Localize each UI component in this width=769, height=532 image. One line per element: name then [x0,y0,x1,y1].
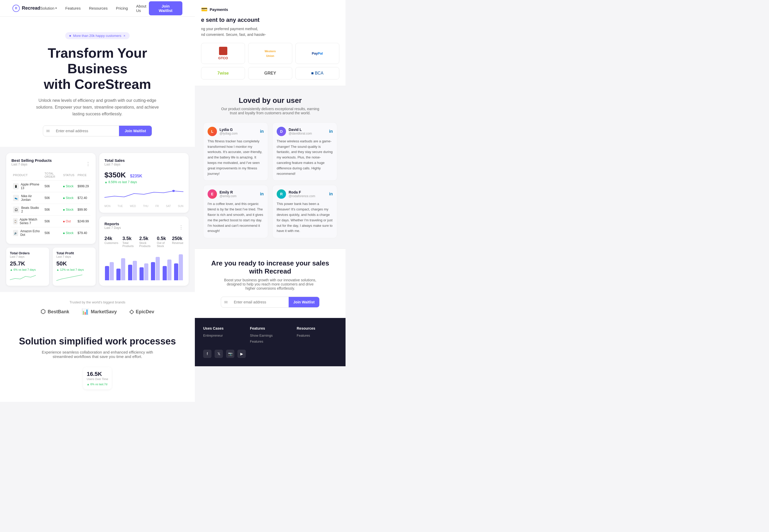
brands-section: Trusted by the world's biggest brands ⬡ … [0,292,195,323]
testimonial-text: These wireless earbuds are a game-change… [277,139,333,177]
cta-section: Are you ready to increase your sales wit… [195,249,346,318]
bar-light [179,254,183,280]
instagram-icon[interactable]: 📷 [226,350,234,358]
bar-group [174,254,183,280]
facebook-icon[interactable]: f [203,350,211,358]
bar-dark [128,265,132,280]
stat-item: 2.5kStock Products [139,236,153,248]
reports-bar-chart [104,252,183,280]
footer-col-title: Resources [297,326,337,330]
nav-resources[interactable]: Resources [89,6,108,10]
footer-column: FeaturesShow EarningsFeatures [250,326,290,345]
solution-section: Solution simplified work processes Exper… [0,323,195,402]
email-icon: ✉ [43,129,52,134]
sales-amount: $350K [104,171,126,179]
bar-dark [140,267,144,280]
product-icon: ⌚ [13,218,18,224]
solution-description: Experience seamless collaboration and en… [35,350,160,359]
user-handle: @rodaforence.com [289,194,315,198]
epicdev-icon: ◇ [129,308,134,315]
twitter-x-icon[interactable]: 𝕏 [215,350,223,358]
brand-epicdev: ◇ EpicDev [129,308,154,315]
solution-stat-growth: ▲ 6% vs last.7d [87,383,108,386]
payment-western-union: Western Union [248,43,292,64]
user-handle: @davidloral.com [289,132,312,135]
testimonials-grid: L Lydia G @lydiag.com in This fitness tr… [203,122,337,238]
hero-badge-text: More than 20k happy customers [73,34,121,38]
svg-point-0 [172,190,175,192]
footer-link[interactable]: Features [250,340,290,343]
footer-link[interactable]: Show Earnings [250,334,290,337]
hero-email-input[interactable] [52,126,119,136]
footer-col-title: Features [250,326,290,330]
bar-group [116,258,126,280]
marketsavy-icon: 📊 [82,308,89,315]
linkedin-icon: in [329,192,333,196]
footer-link[interactable]: Features [297,334,337,337]
avatar: R [277,189,286,199]
table-row: 🔊Amazon Echo Dot 506 Stock $79.40 [11,227,90,239]
testimonial-card: D David L @davidloral.com in These wirel… [272,122,337,181]
orders-value: 25.7K [10,260,45,267]
hero-cta-button[interactable]: Join Waitlist [119,126,152,136]
cta-email-icon: ✉ [221,300,230,305]
hero-description: Unlock new levels of efficiency and grow… [32,97,162,117]
payments-panel: 💳 Payments e sent to any account ng your… [195,0,346,86]
products-menu-icon[interactable]: ⋮ [86,161,90,167]
brand-logo[interactable]: R Recread [12,5,40,12]
navbar: R Recread Solution ▾ Features Resources … [0,0,195,17]
youtube-icon[interactable]: ▶ [237,350,246,358]
cta-submit-button[interactable]: Join Waitlist [289,297,319,307]
stat-item: 3.5kTotal Products [122,236,135,248]
linkedin-icon: in [260,129,264,134]
profit-title: Total Profit [56,251,92,255]
col-status: STATUS [62,171,76,181]
badge-close-icon[interactable]: × [123,34,125,38]
social-icons: f 𝕏 📷 ▶ [203,350,337,358]
cta-email-input[interactable] [230,297,289,307]
testimonial-text: This fitness tracker has completely tran… [208,139,264,177]
bar-dark [174,263,178,280]
nav-links: Solution ▾ Features Resources Pricing Ab… [40,4,149,13]
avatar: D [277,127,286,136]
footer-column: ResourcesFeatures [297,326,337,345]
stat-item: 250kRevenue [172,236,183,248]
cta-title: Are you ready to increase your sales wit… [203,259,337,275]
solution-stat-card: 16.5K Users Over Time ▲ 6% vs last.7d [83,367,112,389]
user-handle: @emily.com [220,194,236,198]
products-card-title: Best Selling Products [11,158,52,163]
footer-col-title: Uses Cases [203,326,244,330]
table-row: 📱Apple iPhone 13 506 Stock $999.29 [11,181,90,192]
product-icon: 🔊 [13,230,18,236]
bar-light [167,260,171,280]
brands-list: ⬡ BestBank 📊 MarketSavy ◇ EpicDev [10,308,184,315]
payment-logos-grid: GTCO Western Union PayPal 7wise GREY [201,43,339,79]
profit-value: 50K [56,260,92,267]
footer-link[interactable]: Entrepreneur [203,334,244,337]
nav-cta-button[interactable]: Join Waitlist [149,1,182,15]
profit-chart [56,273,82,281]
reports-menu-icon[interactable]: ⋮ [179,224,183,230]
col-price: PRICE [76,171,90,181]
brand-name: Recread [22,5,40,11]
testimonial-card: R Roda F @rodaforence.com in This power … [272,185,337,238]
user-name: Roda F [289,190,315,194]
hero-title: Transform Your Business with CoreStream [19,45,175,92]
nav-pricing[interactable]: Pricing [116,6,128,10]
bar-group [128,261,137,280]
bar-light [156,257,160,280]
bar-dark [151,262,155,280]
total-sales-card: Total Sales Last 7 days $350K $235K ▲ 8.… [99,153,189,213]
user-name: Lydia G [220,128,238,132]
testimonial-card: L Lydia G @lydiag.com in This fitness tr… [203,122,268,181]
nav-solution[interactable]: Solution ▾ [40,6,57,10]
brand-bestbank: ⬡ BestBank [41,308,69,315]
nav-about[interactable]: About Us [136,4,149,13]
table-row: ⌚Apple Watch Series 7 506 Out $249.99 [11,216,90,227]
cta-form: ✉ Join Waitlist [221,297,320,308]
nav-features[interactable]: Features [65,6,81,10]
testimonial-text: I'm a coffee lover, and this organic ble… [208,201,264,234]
user-name: Emily R [220,190,236,194]
sales-chart [104,187,183,203]
payment-paypal: PayPal [295,43,339,64]
